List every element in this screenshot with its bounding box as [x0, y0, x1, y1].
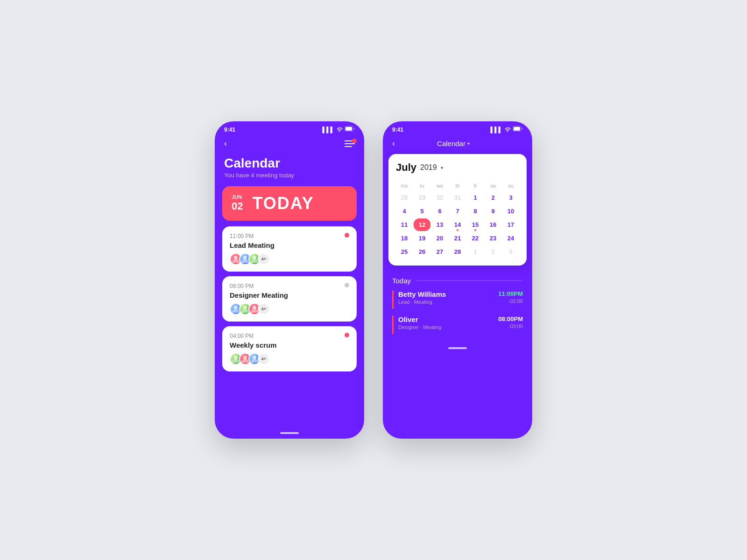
cal-day-14[interactable]: 14	[449, 218, 466, 231]
page-title-section: Calendar You have 4 meeting today	[215, 156, 364, 181]
cal-day-23[interactable]: 23	[485, 232, 501, 245]
time-2: 9:41	[392, 126, 403, 133]
svg-rect-12	[514, 127, 520, 131]
weekday-mo: mo	[396, 181, 413, 190]
event-item-2[interactable]: Oliver Designer · Meating 08:00PM -03:00	[392, 315, 523, 334]
cal-day-1-next[interactable]: 1	[467, 245, 484, 258]
svg-point-6	[243, 306, 247, 309]
today-day: 02	[232, 200, 243, 212]
meeting-card-3[interactable]: 04:00 PM Weekly scrum 4+	[222, 326, 357, 371]
meeting-time-2: 08:00 PM	[230, 283, 254, 289]
cal-day-2-next[interactable]: 2	[485, 245, 501, 258]
meeting-status-dot-1	[345, 233, 349, 238]
meeting-title-2: Designer Meating	[230, 291, 349, 299]
meeting-avatars-1: 4+	[230, 253, 349, 265]
cal-day-4[interactable]: 4	[396, 205, 413, 217]
calendar-widget: July 2019 ▾ mo tu we th fr sa su 28 29 3…	[388, 154, 527, 266]
status-icons-1: ▌▌▌	[322, 126, 355, 133]
cal-day-19[interactable]: 19	[414, 232, 430, 245]
meeting-card-1[interactable]: 11:00 PM Lead Meating 4+	[222, 226, 357, 272]
cal-day-3[interactable]: 3	[502, 191, 519, 204]
cal-day-5[interactable]: 5	[414, 205, 430, 217]
event-content-2: Oliver Designer · Meating	[398, 315, 493, 334]
today-month: JUN	[232, 194, 243, 200]
cal-day-30-prev[interactable]: 30	[431, 191, 448, 204]
event-name-2: Oliver	[398, 315, 493, 323]
back-button-1[interactable]: ‹	[224, 139, 227, 148]
event-bar-2	[392, 315, 394, 334]
cal-day-31-prev[interactable]: 31	[449, 191, 466, 204]
event-name-1: Betty Williams	[398, 290, 493, 298]
notification-dot	[352, 139, 357, 143]
today-section-label: Today	[392, 277, 411, 285]
cal-day-3-next[interactable]: 3	[502, 245, 519, 258]
event-duration-1: -02:00	[498, 298, 523, 304]
today-divider	[416, 280, 523, 281]
cal-day-27[interactable]: 27	[431, 245, 448, 258]
status-bar-2: 9:41 ▌▌▌	[383, 121, 532, 135]
phone-calendar-list: 9:41 ▌▌▌ ‹	[215, 121, 364, 439]
back-button-2[interactable]: ‹	[392, 139, 395, 148]
event-meta-2: Designer · Meating	[398, 324, 493, 330]
cal-day-20[interactable]: 20	[431, 232, 448, 245]
phone2-header: ‹ Calendar ▾	[383, 135, 532, 154]
status-icons-2: ▌▌▌	[490, 126, 523, 133]
cal-day-28[interactable]: 28	[449, 245, 466, 258]
cal-day-21[interactable]: 21	[449, 232, 466, 245]
meeting-card-header-1: 11:00 PM	[230, 233, 349, 239]
scroll-indicator-1	[215, 429, 364, 439]
cal-day-15[interactable]: 15	[467, 218, 484, 231]
svg-point-8	[234, 356, 238, 359]
weekday-su: su	[502, 181, 519, 190]
cal-day-7[interactable]: 7	[449, 205, 466, 217]
cal-day-13[interactable]: 13	[431, 218, 448, 231]
today-events-section: Today Betty Williams Lead · Meating 11:0…	[383, 271, 532, 344]
calendar-year-arrow[interactable]: ▾	[441, 165, 443, 170]
cal-day-10[interactable]: 10	[502, 205, 519, 217]
cal-day-6[interactable]: 6	[431, 205, 448, 217]
cal-day-25[interactable]: 25	[396, 245, 413, 258]
meeting-card-2[interactable]: 08:00 PM Designer Meating 4+	[222, 276, 357, 322]
avatar-count-2: 4+	[258, 303, 270, 315]
wifi-icon	[336, 126, 343, 133]
svg-point-2	[234, 256, 238, 259]
cal-day-1[interactable]: 1	[467, 191, 484, 204]
cal-day-12-today[interactable]: 12	[414, 218, 430, 231]
battery-icon	[345, 126, 355, 133]
avatar-count-3: 4+	[258, 353, 270, 365]
calendar-year: 2019	[420, 163, 437, 172]
cal-day-9[interactable]: 9	[485, 205, 501, 217]
svg-point-10	[253, 356, 256, 359]
event-time-col-2: 08:00PM -03:00	[498, 315, 523, 334]
calendar-dropdown[interactable]: Calendar ▾	[437, 140, 470, 147]
wifi-icon-2	[504, 126, 511, 133]
weekday-sa: sa	[485, 181, 501, 190]
event-content-1: Betty Williams Lead · Meating	[398, 290, 493, 309]
svg-point-9	[243, 356, 247, 359]
phone1-header: ‹	[215, 135, 364, 156]
page-title: Calendar	[224, 156, 355, 171]
dropdown-arrow-icon: ▾	[467, 141, 470, 146]
weekday-we: we	[431, 181, 448, 190]
cal-day-28-prev[interactable]: 28	[396, 191, 413, 204]
cal-day-8[interactable]: 8	[467, 205, 484, 217]
cal-day-2[interactable]: 2	[485, 191, 501, 204]
cal-day-29-prev[interactable]: 29	[414, 191, 430, 204]
battery-icon-2	[513, 126, 523, 133]
event-item-1[interactable]: Betty Williams Lead · Meating 11:00PM -0…	[392, 290, 523, 309]
today-card[interactable]: JUN 02 TODAY	[222, 186, 357, 221]
event-time-2: 08:00PM	[498, 315, 523, 322]
avatar-count-1: 4+	[258, 253, 270, 265]
cal-day-22[interactable]: 22	[467, 232, 484, 245]
status-bar-1: 9:41 ▌▌▌	[215, 121, 364, 135]
cal-day-18[interactable]: 18	[396, 232, 413, 245]
cal-day-24[interactable]: 24	[502, 232, 519, 245]
cal-day-17[interactable]: 17	[502, 218, 519, 231]
meeting-title-3: Weekly scrum	[230, 341, 349, 349]
cal-day-26[interactable]: 26	[414, 245, 430, 258]
calendar-month: July	[396, 161, 416, 174]
cal-day-16[interactable]: 16	[485, 218, 501, 231]
meeting-title-1: Lead Meating	[230, 241, 349, 249]
cal-day-11[interactable]: 11	[396, 218, 413, 231]
menu-button[interactable]	[345, 140, 355, 147]
